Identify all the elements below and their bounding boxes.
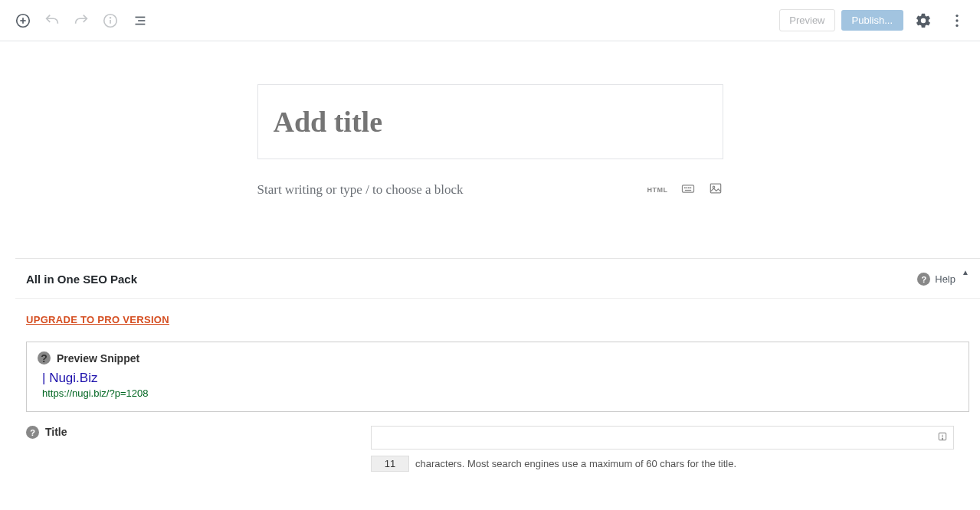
image-icon[interactable] (708, 181, 723, 199)
toolbar-left (9, 7, 153, 34)
snippet-header: ? Preview Snippet (38, 351, 958, 365)
svg-rect-18 (710, 184, 720, 193)
seo-panel-header: All in One SEO Pack ? Help ▲ (15, 259, 980, 299)
content-placeholder[interactable]: Start writing or type / to choose a bloc… (257, 182, 464, 198)
help-circle-icon[interactable]: ? (26, 426, 39, 439)
char-count-row: 11 characters. Most search engines use a… (371, 456, 954, 472)
char-count-value: 11 (371, 456, 409, 472)
html-block-button[interactable]: HTML (647, 186, 668, 194)
svg-point-22 (942, 438, 942, 439)
editor-canvas: Start writing or type / to choose a bloc… (0, 41, 980, 199)
redo-button[interactable] (67, 7, 95, 34)
svg-point-5 (110, 17, 111, 18)
snippet-url: https://nugi.biz/?p=1208 (42, 387, 958, 399)
seo-help-link[interactable]: ? Help ▲ (917, 273, 969, 286)
svg-point-9 (955, 14, 958, 16)
content-row: Start writing or type / to choose a bloc… (257, 181, 723, 199)
add-block-button[interactable] (9, 7, 37, 34)
count-badge-icon (937, 431, 948, 445)
svg-point-15 (686, 188, 687, 188)
outline-button[interactable] (126, 7, 153, 34)
seo-title-field-group: 11 characters. Most search engines use a… (371, 426, 969, 472)
settings-button[interactable] (910, 7, 937, 34)
preview-button[interactable]: Preview (779, 9, 834, 31)
svg-point-11 (955, 24, 958, 26)
char-count-hint: characters. Most search engines use a ma… (415, 458, 736, 469)
publish-button[interactable]: Publish... (841, 10, 903, 31)
seo-title-input-wrapper (371, 426, 954, 450)
keyboard-icon[interactable] (680, 181, 696, 199)
help-circle-icon: ? (917, 273, 930, 286)
post-title-input[interactable] (257, 84, 723, 159)
seo-title-row: ? Title 11 characters. Most search engin… (26, 426, 969, 472)
svg-point-16 (688, 188, 689, 188)
toolbar-right: Preview Publish... (779, 7, 971, 34)
content-actions: HTML (647, 181, 723, 199)
seo-panel-title: All in One SEO Pack (26, 273, 137, 286)
more-options-button[interactable] (943, 7, 971, 34)
seo-title-input[interactable] (371, 426, 954, 450)
editor-toolbar: Preview Publish... (0, 0, 980, 41)
preview-snippet-box: ? Preview Snippet | Nugi.Biz https://nug… (26, 342, 969, 412)
seo-title-label-group: ? Title (26, 426, 363, 472)
svg-rect-12 (682, 185, 693, 192)
seo-panel-body: UPGRADE TO PRO VERSION ? Preview Snippet… (15, 299, 980, 485)
upgrade-pro-link[interactable]: UPGRADE TO PRO VERSION (26, 314, 169, 325)
undo-button[interactable] (38, 7, 66, 34)
svg-point-17 (690, 188, 690, 188)
info-button[interactable] (97, 7, 124, 34)
seo-panel: All in One SEO Pack ? Help ▲ UPGRADE TO … (15, 258, 980, 510)
snippet-title: | Nugi.Biz (42, 371, 958, 386)
preview-snippet-label: Preview Snippet (57, 352, 139, 365)
collapse-triangle-icon[interactable]: ▲ (962, 268, 969, 276)
help-circle-icon[interactable]: ? (38, 351, 51, 365)
help-label: Help (935, 273, 955, 285)
seo-title-label: Title (45, 426, 67, 438)
svg-point-10 (955, 19, 958, 21)
svg-point-14 (684, 188, 685, 188)
